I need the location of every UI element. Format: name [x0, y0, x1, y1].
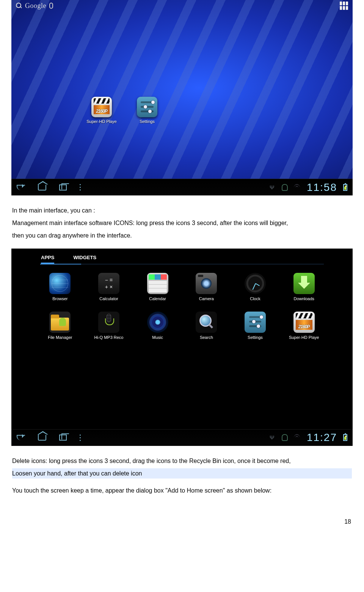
home-icon-row: Super-HD Playe Settings	[86, 97, 162, 124]
app-settings[interactable]: Settings	[234, 312, 277, 340]
app-label: Downloads	[282, 296, 325, 301]
recent-button[interactable]	[59, 435, 67, 441]
sliders-icon	[245, 312, 266, 333]
app-label: File Manager	[39, 335, 82, 340]
app-label: Super-HD Playe	[282, 335, 325, 340]
app-music[interactable]: Music	[136, 312, 179, 340]
page-number: 18	[11, 518, 353, 525]
app-search[interactable]: Search	[185, 312, 228, 340]
app-label: Search	[185, 335, 228, 340]
app-drawer-button[interactable]	[340, 2, 348, 10]
app-label: Calculator	[88, 296, 130, 301]
android-debug-icon	[282, 184, 288, 191]
text-line: You touch the screen keep a time, appear…	[12, 485, 352, 496]
app-super-hd[interactable]: Super-HD Playe	[282, 312, 325, 340]
text-line: Loosen your hand, after that you can del…	[12, 468, 352, 479]
icon-label: Settings	[132, 119, 162, 124]
app-hiq-mp3[interactable]: Hi-Q MP3 Reco	[88, 312, 130, 340]
app-label: Camera	[185, 296, 228, 301]
drawer-tabs: APPS WIDGETS	[41, 255, 96, 264]
calendar-icon	[147, 273, 168, 294]
microphone-icon	[98, 312, 119, 333]
tab-apps[interactable]: APPS	[41, 255, 54, 264]
wifi-icon	[294, 434, 301, 441]
usb-icon	[270, 184, 276, 191]
app-label: Clock	[234, 296, 277, 301]
app-camera[interactable]: Camera	[185, 273, 228, 301]
usb-icon	[270, 434, 276, 441]
screenshot-home: Google Super-HD Playe Settings	[11, 0, 353, 195]
doc-paragraph-1: In the main interface, you can : Managem…	[12, 205, 352, 241]
app-file-manager[interactable]: File Manager	[39, 312, 82, 340]
magnifier-icon	[196, 312, 217, 333]
battery-icon	[343, 184, 347, 191]
film-icon	[293, 312, 315, 333]
sliders-icon	[137, 97, 157, 117]
app-label: Hi-Q MP3 Reco	[88, 335, 130, 340]
google-search[interactable]: Google	[25, 2, 46, 10]
back-button[interactable]	[17, 185, 25, 190]
text-line: In the main interface, you can :	[12, 205, 352, 216]
wallpaper	[11, 0, 353, 195]
home-button[interactable]	[38, 184, 46, 191]
home-icon-settings[interactable]: Settings	[132, 97, 162, 124]
clock: 11:58	[307, 181, 337, 194]
tab-underline	[40, 264, 324, 265]
icon-label: Super-HD Playe	[86, 119, 117, 124]
search-icon[interactable]	[16, 3, 22, 9]
android-debug-icon	[282, 434, 288, 441]
app-clock[interactable]: Clock	[234, 273, 277, 301]
app-browser[interactable]: Browser	[39, 273, 82, 301]
doc-paragraph-2: Delete icons: long press the icons 3 sec…	[12, 456, 352, 496]
app-grid: Browser Calculator Calendar Camera Clock…	[39, 273, 325, 340]
film-icon	[91, 97, 112, 117]
home-icon-superhd[interactable]: Super-HD Playe	[86, 97, 117, 124]
calculator-icon	[98, 273, 119, 294]
wifi-icon	[294, 184, 301, 191]
clock: 11:27	[307, 431, 337, 444]
app-calculator[interactable]: Calculator	[88, 273, 130, 301]
screenshot-app-drawer: APPS WIDGETS Browser Calculator Calendar…	[11, 249, 353, 446]
text-line: Delete icons: long press the icons 3 sec…	[12, 456, 352, 466]
camera-icon	[196, 273, 217, 294]
clock-icon	[245, 273, 266, 294]
top-bar: Google	[11, 0, 353, 11]
app-calendar[interactable]: Calendar	[136, 273, 179, 301]
app-label: Music	[136, 335, 179, 340]
text-line: Management main interface software ICONS…	[12, 218, 352, 228]
recent-button[interactable]	[59, 184, 67, 191]
battery-icon	[343, 434, 347, 441]
app-downloads[interactable]: Downloads	[282, 273, 325, 301]
back-button[interactable]	[17, 435, 25, 440]
app-label: Browser	[39, 296, 82, 301]
download-icon	[293, 273, 315, 294]
voice-search-icon[interactable]	[49, 3, 53, 9]
more-button[interactable]	[80, 434, 89, 441]
folder-icon	[49, 312, 71, 333]
app-label: Calendar	[136, 296, 179, 301]
app-label: Settings	[234, 335, 277, 340]
speaker-icon	[147, 312, 168, 333]
tab-widgets[interactable]: WIDGETS	[73, 255, 96, 264]
globe-icon	[49, 273, 71, 294]
system-navbar: 11:27	[11, 429, 353, 446]
home-button[interactable]	[38, 435, 46, 441]
text-line: then you can drag anywhere in the interf…	[12, 230, 352, 241]
system-navbar: 11:58	[11, 179, 353, 195]
more-button[interactable]	[80, 184, 89, 191]
